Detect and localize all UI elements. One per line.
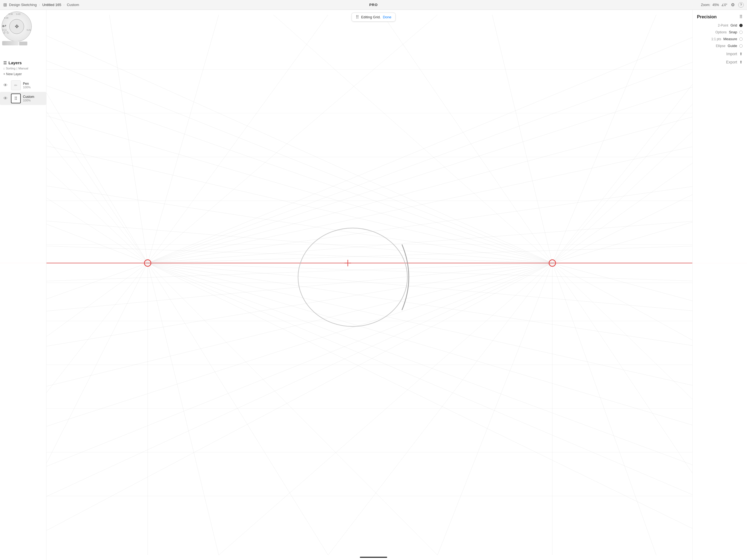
sorting-label: Sorting bbox=[6, 67, 16, 70]
layer-opacity-pen: 100% bbox=[23, 85, 31, 89]
new-layer-label: + New Layer bbox=[3, 72, 22, 76]
layers-menu-icon[interactable]: ☰ bbox=[3, 61, 7, 65]
sorting-value: Manual bbox=[18, 67, 28, 70]
color-swatch[interactable] bbox=[2, 41, 19, 45]
svg-line-43 bbox=[0, 245, 374, 263]
svg-line-4 bbox=[148, 135, 374, 263]
app-name: Design Sketching bbox=[9, 3, 36, 7]
layer-info-custom: Custom 100% bbox=[23, 95, 34, 102]
move-icon: ✥ bbox=[15, 24, 19, 29]
layer-name-pen: Pen bbox=[23, 82, 31, 85]
left-panel: ☰ Layers ↕ Sorting | Manual + New Layer … bbox=[0, 10, 47, 280]
sort-icon: ↕ bbox=[3, 67, 5, 70]
wheel-num-2: 3.23 bbox=[16, 13, 21, 15]
tool-fwd-arrows[interactable]: ↺↻ bbox=[3, 31, 9, 35]
doc-name: Untitled 165 bbox=[42, 3, 61, 7]
svg-line-15 bbox=[148, 263, 374, 280]
pro-badge: PRO bbox=[369, 3, 374, 7]
svg-line-19 bbox=[148, 263, 219, 280]
grid-menu-icon[interactable]: ⊞ bbox=[3, 2, 7, 7]
breadcrumb-sep-1: · bbox=[39, 2, 40, 7]
svg-line-18 bbox=[148, 263, 328, 280]
layer-item-custom[interactable]: 👁 ⠿ Custom 100% bbox=[0, 92, 46, 105]
grid-dots-icon: ⠿ bbox=[14, 96, 18, 101]
color-swatch-2[interactable] bbox=[19, 42, 27, 45]
layer-thumb-custom: ⠿ bbox=[11, 94, 21, 103]
layer-name-custom: Custom bbox=[23, 95, 34, 99]
custom-breadcrumb: Custom bbox=[67, 3, 79, 7]
topbar-left: ⊞ Design Sketching · Untitled 165 · Cust… bbox=[3, 2, 79, 7]
svg-line-37 bbox=[0, 42, 374, 263]
svg-line-72 bbox=[274, 15, 374, 263]
wheel-num-3: 5.29 bbox=[4, 17, 8, 19]
sorting-row[interactable]: ↕ Sorting | Manual bbox=[0, 67, 46, 72]
layer-thumb-pen: ✏ bbox=[11, 80, 21, 90]
wheel-num-1: 3.39 bbox=[8, 13, 13, 15]
editing-grid-text: Editing Grid. bbox=[361, 15, 374, 19]
tool-back-arrow[interactable]: ↩ bbox=[2, 23, 6, 29]
new-layer-button[interactable]: + New Layer bbox=[0, 72, 46, 79]
editing-grid-bar: ⠿ Editing Grid. Done bbox=[352, 12, 374, 22]
tool-wheel-center[interactable]: ✥ bbox=[9, 19, 24, 34]
layer-eye-pen[interactable]: 👁 bbox=[3, 83, 8, 88]
svg-line-0 bbox=[148, 15, 374, 263]
layer-eye-custom[interactable]: 👁 bbox=[3, 96, 8, 101]
svg-point-90 bbox=[298, 228, 374, 280]
svg-line-38 bbox=[0, 70, 374, 263]
editing-grid-dots-icon: ⠿ bbox=[356, 15, 359, 20]
layer-info-pen: Pen 100% bbox=[23, 82, 31, 89]
svg-line-36 bbox=[0, 15, 374, 263]
layers-title: Layers bbox=[8, 60, 22, 65]
canvas[interactable]: .grid-line { stroke: #ccc; stroke-width:… bbox=[0, 10, 374, 280]
layers-header: ☰ Layers bbox=[0, 60, 46, 67]
svg-line-6 bbox=[148, 217, 374, 263]
svg-line-40 bbox=[0, 135, 374, 263]
sorting-sep: | bbox=[17, 67, 17, 70]
pen-icon: ✏ bbox=[14, 83, 18, 87]
svg-line-42 bbox=[0, 217, 374, 263]
layers-panel: ☰ Layers ↕ Sorting | Manual + New Layer … bbox=[0, 58, 46, 280]
wheel-num-5: 0.21 bbox=[27, 29, 31, 31]
svg-line-33 bbox=[148, 15, 219, 263]
topbar: ⊞ Design Sketching · Untitled 165 · Cust… bbox=[0, 0, 374, 10]
layer-item-pen[interactable]: 👁 ✏ Pen 100% bbox=[0, 79, 46, 92]
svg-line-35 bbox=[148, 15, 374, 263]
svg-line-1 bbox=[148, 42, 374, 263]
layer-opacity-custom: 100% bbox=[23, 99, 34, 102]
breadcrumb-sep-2: · bbox=[63, 2, 65, 7]
perspective-grid: .grid-line { stroke: #ccc; stroke-width:… bbox=[0, 10, 374, 280]
svg-line-54 bbox=[328, 263, 374, 280]
svg-line-32 bbox=[109, 15, 148, 263]
